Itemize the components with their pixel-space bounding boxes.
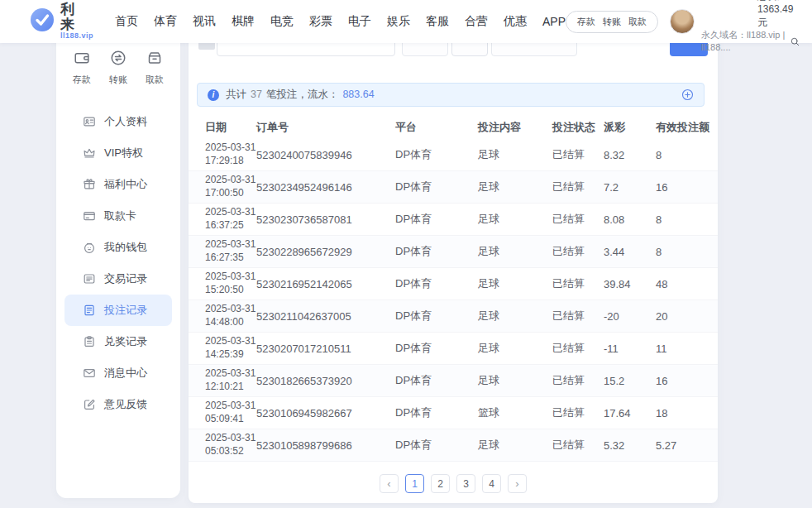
username: anxin3399	[701, 0, 749, 29]
sidebar-item[interactable]: 兑奖记录	[64, 326, 172, 357]
page-button[interactable]: 2	[431, 474, 450, 493]
cell-valid: 8	[656, 149, 709, 161]
cell-status: 已结算	[552, 212, 604, 227]
table-header: 日期订单号平台投注内容投注状态派彩有效投注额	[189, 116, 718, 139]
table-row: 2025-03-3105:03:525230105898799686DP体育足球…	[189, 429, 718, 462]
column-header: 投注内容	[478, 120, 552, 135]
quick-action[interactable]: 转账	[109, 50, 127, 86]
table-row: 2025-03-3117:00:505230234952496146DP体育足球…	[189, 171, 718, 204]
summary-bar: i 共计 37 笔投注，流水： 883.64	[197, 83, 705, 107]
next-page-button[interactable]: ›	[508, 474, 527, 493]
pill-action[interactable]: 转账	[603, 16, 621, 28]
cell-order: 5230234952496146	[256, 181, 395, 194]
cell-valid: 16	[656, 181, 709, 194]
nav-item[interactable]: 娱乐	[387, 14, 410, 29]
cell-content: 足球	[478, 244, 552, 259]
top-nav: 首页体育视讯棋牌电竞彩票电子娱乐客服合营优惠APP	[115, 14, 566, 29]
cell-payout: 15.2	[604, 375, 656, 387]
cell-order: 5230207017210511	[256, 343, 395, 355]
nav-item[interactable]: APP	[542, 15, 566, 28]
summary-prefix: 共计	[226, 88, 246, 102]
sidebar-item[interactable]: 交易记录	[64, 263, 172, 295]
quick-action[interactable]: 取款	[146, 50, 164, 86]
sidebar-item[interactable]: 消息中心	[64, 357, 172, 389]
nav-item[interactable]: 体育	[154, 14, 177, 29]
prizes-icon	[83, 335, 96, 348]
sidebar-item-label: 消息中心	[104, 366, 147, 381]
logo[interactable]: 利 来 ll188.vip	[30, 2, 93, 40]
avatar[interactable]	[670, 9, 695, 34]
transfer-icon	[110, 50, 127, 69]
cell-content: 足球	[478, 147, 552, 162]
nav-item[interactable]: 电子	[348, 14, 371, 29]
nav-item[interactable]: 彩票	[309, 14, 332, 29]
page: 存款转账取款 个人资料VIP特权福利中心取款卡我的钱包交易记录投注记录兑奖记录消…	[0, 0, 812, 508]
nav-item[interactable]: 棋牌	[232, 14, 255, 29]
bets-icon	[83, 304, 96, 317]
cell-content: 足球	[478, 438, 552, 453]
table-row: 2025-03-3112:10:215230182665373920DP体育足球…	[189, 365, 718, 397]
cell-platform: DP体育	[395, 276, 478, 291]
cell-valid: 11	[656, 343, 709, 355]
cell-order: 5230182665373920	[256, 375, 395, 387]
column-header: 投注状态	[552, 120, 604, 135]
cell-valid: 8	[656, 246, 709, 258]
pill-action[interactable]: 取款	[628, 16, 647, 28]
sidebar-item[interactable]: VIP特权	[64, 137, 172, 169]
sidebar-item[interactable]: 投注记录	[64, 295, 172, 326]
plus-circle-icon[interactable]	[681, 89, 694, 101]
prev-page-button[interactable]: ‹	[380, 474, 399, 493]
cell-payout: 17.64	[604, 407, 656, 419]
sidebar-item[interactable]: 个人资料	[64, 106, 172, 137]
transactions-icon	[83, 272, 96, 285]
cell-platform: DP体育	[395, 341, 478, 356]
nav-item[interactable]: 客服	[426, 14, 449, 29]
quick-action[interactable]: 存款	[73, 50, 91, 86]
user-info[interactable]: anxin3399 总资产：1363.49元 永久域名：ll188.vip | …	[670, 0, 800, 54]
nav-item[interactable]: 合营	[465, 14, 488, 29]
logo-name: 利 来	[60, 2, 93, 32]
search-icon[interactable]	[790, 36, 800, 47]
deposit-icon	[74, 50, 90, 69]
cell-order: 5230211042637005	[256, 310, 395, 323]
cell-order: 5230240075839946	[256, 149, 395, 161]
cell-content: 足球	[478, 341, 552, 356]
cell-status: 已结算	[552, 341, 604, 356]
info-icon: i	[208, 89, 219, 101]
cell-content: 足球	[478, 212, 552, 227]
user-line-2: 永久域名：ll188.vip | ll188....	[701, 29, 800, 54]
sidebar-item[interactable]: 取款卡	[64, 200, 172, 232]
nav-item[interactable]: 优惠	[504, 14, 527, 29]
page-button[interactable]: 4	[482, 474, 501, 493]
cell-platform: DP体育	[395, 373, 478, 388]
quick-action-label: 转账	[109, 74, 127, 86]
nav-item[interactable]: 首页	[115, 14, 138, 29]
nav-item[interactable]: 电竞	[270, 14, 294, 29]
cell-valid: 16	[656, 375, 709, 387]
cell-payout: 8.32	[604, 149, 656, 161]
sidebar-item-label: 兑奖记录	[104, 334, 147, 349]
quick-action-label: 存款	[73, 74, 91, 86]
cell-date: 2025-03-3112:10:21	[205, 367, 256, 394]
cell-platform: DP体育	[395, 405, 478, 420]
cell-date: 2025-03-3117:29:18	[205, 141, 256, 168]
page-button[interactable]: 1	[405, 474, 424, 493]
cell-status: 已结算	[552, 276, 604, 291]
pill-action[interactable]: 存款	[577, 16, 595, 28]
sidebar-item-label: 投注记录	[104, 303, 147, 318]
sidebar-item[interactable]: 意见反馈	[64, 389, 172, 420]
sidebar-item-label: 意见反馈	[104, 397, 147, 412]
sidebar-item[interactable]: 福利中心	[64, 169, 172, 200]
sidebar: 存款转账取款 个人资料VIP特权福利中心取款卡我的钱包交易记录投注记录兑奖记录消…	[56, 33, 180, 498]
cell-platform: DP体育	[395, 147, 478, 162]
sidebar-item[interactable]: 我的钱包	[64, 232, 172, 263]
cell-platform: DP体育	[395, 309, 478, 323]
permanent-domain: 永久域名：ll188.vip | ll188....	[701, 29, 786, 54]
table-row: 2025-03-3115:20:505230216952142065DP体育足球…	[189, 268, 718, 300]
page-button[interactable]: 3	[456, 474, 475, 493]
nav-item[interactable]: 视讯	[193, 14, 216, 29]
cell-payout: -20	[604, 310, 656, 323]
quick-action-label: 取款	[146, 74, 164, 86]
cell-status: 已结算	[552, 147, 604, 162]
cell-date: 2025-03-3105:03:52	[205, 432, 256, 458]
